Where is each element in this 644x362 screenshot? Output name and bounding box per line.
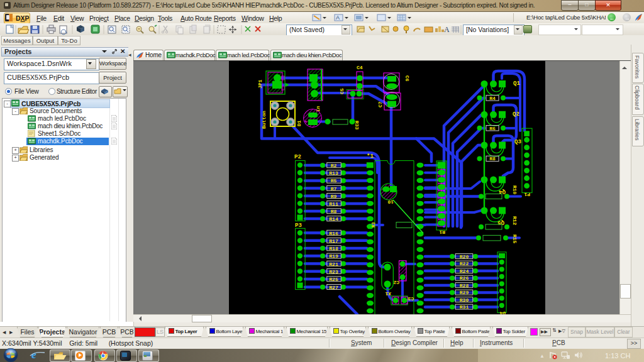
svg-text:R28: R28	[460, 283, 469, 288]
svg-text:R31: R31	[460, 304, 469, 310]
svg-text:R33: R33	[354, 121, 360, 130]
svg-text:*1: *1	[367, 153, 374, 160]
svg-text:C2: C2	[393, 280, 399, 285]
svg-text:Q2: Q2	[513, 111, 519, 118]
svg-text:R1: R1	[439, 229, 445, 235]
svg-text:R8: R8	[331, 209, 337, 214]
svg-text:P2: P2	[294, 154, 301, 160]
svg-text:A: A	[336, 14, 340, 21]
svg-text:R2: R2	[331, 163, 337, 168]
svg-text:JP1: JP1	[257, 79, 263, 89]
svg-text:X1: X1	[385, 291, 391, 297]
svg-text:R16: R16	[329, 231, 338, 236]
svg-text:R25: R25	[329, 277, 338, 282]
svg-text:R11: R11	[329, 201, 338, 207]
svg-text:R15: R15	[512, 234, 518, 244]
svg-text:R20: R20	[460, 254, 469, 260]
svg-text:C4: C4	[357, 65, 363, 70]
svg-text:C6: C6	[404, 75, 410, 82]
svg-text:R4: R4	[489, 96, 496, 101]
svg-text:R19: R19	[329, 253, 338, 259]
svg-text:R22: R22	[460, 261, 469, 266]
svg-text:R5: R5	[331, 178, 337, 184]
svg-text:Q1: Q1	[513, 80, 520, 87]
svg-text:R13: R13	[329, 170, 338, 176]
svg-text:Q3: Q3	[514, 139, 521, 145]
svg-text:C7: C7	[377, 101, 383, 107]
svg-text:C3: C3	[408, 296, 414, 302]
svg-text:R6: R6	[489, 126, 496, 131]
svg-text:R30: R30	[460, 297, 469, 303]
svg-text:R7: R7	[331, 186, 337, 192]
svg-text:R21: R21	[329, 261, 338, 267]
svg-text:R17: R17	[329, 238, 338, 244]
svg-text:R9: R9	[331, 194, 337, 199]
svg-text:R26: R26	[460, 275, 469, 281]
svg-text:C5: C5	[339, 88, 345, 94]
svg-text:R14: R14	[329, 216, 338, 222]
svg-text:R10: R10	[512, 185, 518, 195]
svg-text:P1: P1	[524, 192, 530, 197]
svg-text:10: 10	[387, 199, 394, 205]
svg-text:R8: R8	[489, 156, 496, 162]
svg-text:R29: R29	[460, 290, 469, 295]
svg-text:R24: R24	[460, 268, 469, 274]
svg-text:A: A	[444, 25, 450, 34]
svg-text:R27: R27	[329, 285, 338, 290]
svg-text:P3: P3	[295, 222, 302, 229]
svg-text:D1: D1	[296, 120, 302, 126]
svg-text:R18: R18	[329, 246, 338, 251]
svg-text:Button: Button	[261, 111, 267, 129]
svg-text:R12: R12	[512, 216, 518, 226]
svg-text:+: +	[304, 119, 307, 124]
svg-text:R23: R23	[329, 269, 338, 275]
svg-text:R3: R3	[371, 222, 376, 228]
